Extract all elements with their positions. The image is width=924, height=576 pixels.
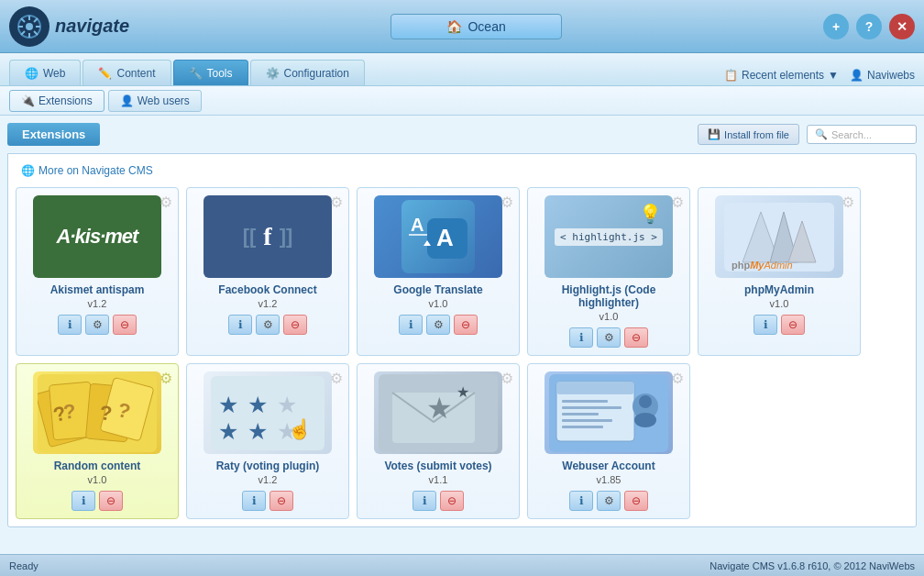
more-link[interactable]: 🌐 More on Navigate CMS [16, 161, 908, 180]
svg-text:★: ★ [248, 418, 268, 443]
gtranslate-icon-area: A A [374, 195, 502, 278]
akismet-info-btn[interactable]: ℹ [58, 315, 82, 335]
user-icon: 👤 [850, 69, 864, 82]
extensions-title: Extensions [7, 123, 100, 146]
svg-rect-45 [562, 406, 622, 409]
svg-rect-44 [562, 400, 608, 403]
ext-card-facebook: ⚙ [[ f ]] Facebook Connect v1.2 ℹ ⚙ ⊖ [186, 187, 349, 356]
svg-text:★: ★ [456, 384, 469, 400]
raty-info-btn[interactable]: ℹ [242, 491, 266, 511]
raty-remove-btn[interactable]: ⊖ [270, 491, 293, 511]
votes-info-btn[interactable]: ℹ [412, 491, 436, 511]
random-info-btn[interactable]: ℹ [72, 491, 95, 511]
highlight-logo: 💡 < highlight.js > [544, 195, 673, 278]
svg-text:phpMyAdmin: phpMyAdmin [732, 260, 793, 271]
votes-name: Votes (submit votes) [384, 460, 491, 472]
webuser-settings-btn[interactable]: ⚙ [597, 491, 621, 511]
svg-text:?: ? [99, 401, 114, 425]
facebook-logo: [[ f ]] [204, 195, 332, 278]
search-box[interactable]: 🔍 Search... [807, 125, 917, 144]
raty-name: Raty (voting plugin) [216, 460, 320, 472]
facebook-info-btn[interactable]: ℹ [228, 315, 252, 335]
more-icon: 🌐 [21, 164, 35, 177]
gtranslate-name: Google Translate [393, 283, 482, 296]
recent-elements[interactable]: 📋 Recent elements ▼ [724, 69, 839, 82]
highlight-name: Highlight.js (Code highlighter) [535, 283, 682, 309]
svg-text:★: ★ [218, 393, 238, 417]
gtranslate-info-btn[interactable]: ℹ [399, 315, 423, 335]
gtranslate-settings-btn[interactable]: ⚙ [426, 315, 450, 335]
svg-text:☝: ☝ [288, 416, 313, 440]
gtranslate-remove-btn[interactable]: ⊖ [454, 315, 478, 335]
akismet-settings-btn[interactable]: ⚙ [85, 315, 109, 335]
random-actions: ℹ ⊖ [72, 491, 123, 511]
highlight-settings-btn[interactable]: ⚙ [597, 327, 621, 348]
phpmyadmin-remove-btn[interactable]: ⊖ [781, 315, 805, 335]
tab-tools[interactable]: 🔧 Tools [173, 60, 248, 85]
gear-overlay-icon: ⚙ [160, 194, 172, 211]
webuser-remove-btn[interactable]: ⊖ [624, 491, 648, 511]
gear-overlay-icon: ⚙ [330, 194, 343, 211]
raty-version: v1.2 [258, 474, 278, 485]
top-bar: navigate 🏠 Ocean + ? ✕ [0, 0, 924, 53]
ext-card-highlight: ⚙ 💡 < highlight.js > Highlight.js (Code … [527, 187, 690, 356]
tab-web[interactable]: 🌐 Web [9, 60, 81, 85]
akismet-logo: A·kis·met [33, 195, 161, 278]
random-version: v1.0 [88, 474, 107, 485]
tab-content[interactable]: ✏️ Content [82, 60, 170, 85]
ext-card-raty: ⚙ ★ ★ ★ ★ ★ ★ [186, 363, 349, 519]
ext-card-random: ⚙ ? ? ? [16, 363, 179, 519]
add-button[interactable]: + [823, 14, 849, 39]
gear-overlay-icon: ⚙ [330, 370, 343, 387]
phpmyadmin-actions: ℹ ⊖ [754, 315, 805, 335]
svg-text:★: ★ [218, 418, 238, 443]
svg-point-50 [639, 395, 652, 408]
gear-overlay-icon: ⚙ [671, 194, 684, 211]
votes-version: v1.1 [429, 474, 448, 485]
sub-tabs: 🔌 Extensions 👤 Web users [0, 86, 924, 116]
nav-tabs-left: 🌐 Web ✏️ Content 🔧 Tools ⚙️ Configuratio… [9, 60, 365, 85]
gear-overlay-icon: ⚙ [500, 370, 513, 387]
user-profile[interactable]: 👤 Naviwebs [850, 69, 915, 82]
votes-logo: ★ ★ [374, 371, 502, 454]
subtab-extensions[interactable]: 🔌 Extensions [9, 90, 104, 112]
extensions-title-row: Extensions 💾 Install from file 🔍 Search.… [7, 123, 917, 146]
phpmyadmin-info-btn[interactable]: ℹ [754, 315, 777, 335]
gtranslate-logo: A A [374, 195, 502, 278]
subtab-webusers[interactable]: 👤 Web users [108, 90, 202, 112]
install-from-file-button[interactable]: 💾 Install from file [698, 124, 799, 145]
close-button[interactable]: ✕ [889, 14, 915, 39]
svg-text:★: ★ [248, 393, 268, 417]
status-bar: Ready Navigate CMS v1.6.8 r610, © 2012 N… [0, 554, 924, 576]
random-remove-btn[interactable]: ⊖ [99, 491, 123, 511]
phpmyadmin-version: v1.0 [770, 298, 789, 309]
webuser-name: Webuser Account [562, 460, 654, 472]
home-icon: 🏠 [446, 19, 462, 34]
highlight-info-btn[interactable]: ℹ [569, 327, 593, 348]
highlight-icon-area: 💡 < highlight.js > [544, 195, 673, 278]
phpmyadmin-name: phpMyAdmin [744, 283, 814, 296]
webuser-actions: ℹ ⚙ ⊖ [569, 491, 648, 511]
webuser-info-btn[interactable]: ℹ [569, 491, 593, 511]
akismet-remove-btn[interactable]: ⊖ [113, 315, 137, 335]
facebook-remove-btn[interactable]: ⊖ [283, 315, 307, 335]
svg-rect-43 [556, 382, 634, 394]
top-right-icons: + ? ✕ [823, 14, 915, 39]
help-button[interactable]: ? [856, 14, 882, 39]
raty-logo: ★ ★ ★ ★ ★ ★ ☝ [204, 371, 332, 454]
akismet-version: v1.2 [88, 298, 107, 309]
facebook-name: Facebook Connect [218, 283, 316, 296]
logo-area: navigate [9, 6, 129, 47]
votes-remove-btn[interactable]: ⊖ [440, 491, 464, 511]
random-icon-area: ? ? ? ? [33, 371, 161, 454]
highlight-code: < highlight.js > [555, 228, 663, 246]
phpmyadmin-icon-area: phpMyAdmin [715, 195, 843, 278]
gtranslate-version: v1.0 [429, 298, 448, 309]
webuser-logo [544, 371, 673, 454]
facebook-settings-btn[interactable]: ⚙ [256, 315, 280, 335]
random-logo: ? ? ? ? [33, 371, 161, 454]
svg-text:★: ★ [277, 393, 297, 417]
tab-configuration[interactable]: ⚙️ Configuration [250, 60, 365, 85]
gtranslate-actions: ℹ ⚙ ⊖ [399, 315, 478, 335]
highlight-remove-btn[interactable]: ⊖ [624, 327, 648, 348]
